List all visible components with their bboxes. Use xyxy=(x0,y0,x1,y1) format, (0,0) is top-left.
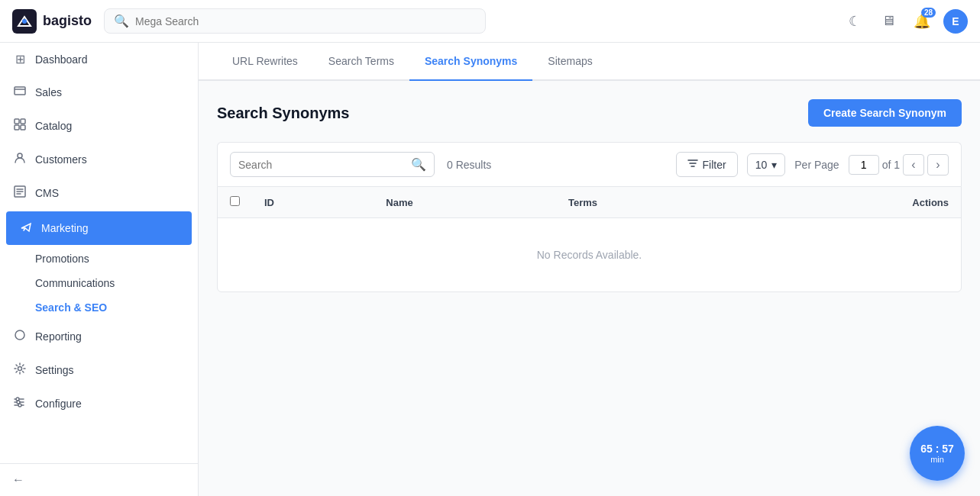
sidebar-item-configure[interactable]: Configure xyxy=(0,387,198,420)
header-id: ID xyxy=(252,187,374,218)
tab-url-rewrites[interactable]: URL Rewrites xyxy=(217,43,313,81)
avatar[interactable]: E xyxy=(943,9,968,34)
sidebar-item-reporting[interactable]: Reporting xyxy=(0,320,198,353)
tabs: URL Rewrites Search Terms Search Synonym… xyxy=(199,43,980,81)
content-header: Search Synonyms Create Search Synonym xyxy=(217,99,962,127)
dashboard-icon: ⊞ xyxy=(12,52,27,66)
timer-time: 65 : 57 xyxy=(920,443,954,455)
catalog-icon xyxy=(12,118,27,134)
sidebar-item-label: Reporting xyxy=(35,330,82,343)
select-all-checkbox[interactable] xyxy=(230,196,240,206)
svg-point-1 xyxy=(22,19,27,24)
sidebar-item-customers[interactable]: Customers xyxy=(0,143,198,176)
logo-text: bagisto xyxy=(43,13,92,29)
notification-icon[interactable]: 🔔 28 xyxy=(910,9,934,34)
table-search-wrap[interactable]: 🔍 xyxy=(230,152,435,177)
sidebar-sub-item-search-seo[interactable]: Search & SEO xyxy=(0,295,198,320)
sidebar-item-label: Customers xyxy=(35,153,87,166)
sidebar-sub-item-promotions[interactable]: Promotions xyxy=(0,246,198,271)
page-of-label: of 1 xyxy=(882,159,900,171)
reporting-icon xyxy=(12,329,27,344)
topbar: bagisto 🔍 ☾ 🖥 🔔 28 E xyxy=(0,0,980,43)
tab-search-terms[interactable]: Search Terms xyxy=(313,43,409,81)
filter-button[interactable]: Filter xyxy=(676,152,738,177)
sidebar-item-cms[interactable]: CMS xyxy=(0,176,198,210)
create-search-synonym-button[interactable]: Create Search Synonym xyxy=(808,99,962,127)
sidebar-item-label: CMS xyxy=(35,187,59,199)
sidebar-sub-item-communications[interactable]: Communications xyxy=(0,271,198,295)
customers-icon xyxy=(12,152,27,167)
results-count: 0 Results xyxy=(447,159,491,171)
timer-unit: min xyxy=(930,455,944,464)
mega-search-input[interactable] xyxy=(135,15,476,27)
svg-point-10 xyxy=(18,367,22,371)
per-page-value: 10 xyxy=(755,159,768,171)
svg-point-13 xyxy=(18,404,21,407)
no-records-message: No Records Available. xyxy=(218,218,961,292)
timer: 65 : 57 min xyxy=(910,426,965,481)
pagination: of 1 ‹ › xyxy=(849,154,949,176)
timer-arc xyxy=(968,484,980,496)
main-content: URL Rewrites Search Terms Search Synonym… xyxy=(199,43,980,496)
cms-icon xyxy=(12,185,27,201)
sidebar-item-label: Configure xyxy=(35,398,82,410)
table-search-icon: 🔍 xyxy=(411,157,426,172)
sidebar-item-label: Settings xyxy=(35,364,74,376)
synonyms-table: ID Name Terms Actions No Records Availab… xyxy=(218,187,961,291)
table-empty-row: No Records Available. xyxy=(218,218,961,292)
sidebar-item-label: Dashboard xyxy=(35,53,88,66)
content-area: Search Synonyms Create Search Synonym 🔍 … xyxy=(199,81,980,311)
store-icon[interactable]: 🖥 xyxy=(876,9,901,34)
svg-rect-3 xyxy=(15,119,19,124)
per-page-select[interactable]: 10 ▾ xyxy=(747,153,786,176)
per-page-chevron-icon: ▾ xyxy=(771,159,777,171)
mega-search-bar[interactable]: 🔍 xyxy=(104,8,486,34)
settings-icon xyxy=(12,362,27,378)
svg-rect-6 xyxy=(21,125,25,130)
sidebar-item-sales[interactable]: Sales xyxy=(0,76,198,109)
topbar-right: ☾ 🖥 🔔 28 E xyxy=(843,9,968,34)
sidebar-item-settings[interactable]: Settings xyxy=(0,353,198,387)
page-title: Search Synonyms xyxy=(217,105,349,122)
sidebar-item-dashboard[interactable]: ⊞ Dashboard xyxy=(0,43,198,76)
header-checkbox-cell xyxy=(218,187,252,218)
table-wrap: ID Name Terms Actions No Records Availab… xyxy=(217,186,962,292)
logo[interactable]: bagisto xyxy=(12,9,92,34)
table-header-row: ID Name Terms Actions xyxy=(218,187,961,218)
sales-icon xyxy=(12,85,27,100)
sidebar-item-label: Catalog xyxy=(35,120,72,132)
search-bar-icon: 🔍 xyxy=(114,14,129,28)
moon-icon[interactable]: ☾ xyxy=(843,9,867,34)
page-next-button[interactable]: › xyxy=(927,154,949,176)
per-page-label: Per Page xyxy=(794,159,839,171)
collapse-button[interactable]: ← xyxy=(12,473,24,486)
header-actions: Actions xyxy=(746,187,961,218)
logo-icon xyxy=(12,9,37,34)
svg-rect-5 xyxy=(15,125,19,130)
tab-search-synonyms[interactable]: Search Synonyms xyxy=(409,43,532,81)
header-name: Name xyxy=(374,187,556,218)
marketing-icon xyxy=(18,221,34,236)
sidebar-bottom: ← xyxy=(0,463,198,496)
configure-icon xyxy=(12,396,27,411)
table-controls: 🔍 0 Results Filter 10 ▾ Per Page of 1 xyxy=(217,142,962,186)
svg-point-14 xyxy=(971,487,980,496)
page-prev-button[interactable]: ‹ xyxy=(903,154,924,176)
svg-point-7 xyxy=(18,153,22,158)
sidebar-item-catalog[interactable]: Catalog xyxy=(0,109,198,143)
page-number-input[interactable] xyxy=(849,155,879,175)
svg-rect-2 xyxy=(15,87,25,95)
table-search-input[interactable] xyxy=(238,159,406,171)
svg-rect-4 xyxy=(21,119,25,124)
notification-badge-count: 28 xyxy=(921,8,936,18)
tab-sitemaps[interactable]: Sitemaps xyxy=(532,43,607,81)
filter-label: Filter xyxy=(703,159,726,171)
svg-point-9 xyxy=(15,330,24,340)
sidebar-item-label: Marketing xyxy=(41,222,88,234)
header-terms: Terms xyxy=(556,187,746,218)
layout: ⊞ Dashboard Sales Catalog Customers CM xyxy=(0,43,980,496)
sidebar-item-marketing[interactable]: Marketing xyxy=(6,211,192,245)
filter-icon xyxy=(687,158,698,171)
sidebar-item-label: Sales xyxy=(35,86,62,98)
sidebar: ⊞ Dashboard Sales Catalog Customers CM xyxy=(0,43,199,496)
